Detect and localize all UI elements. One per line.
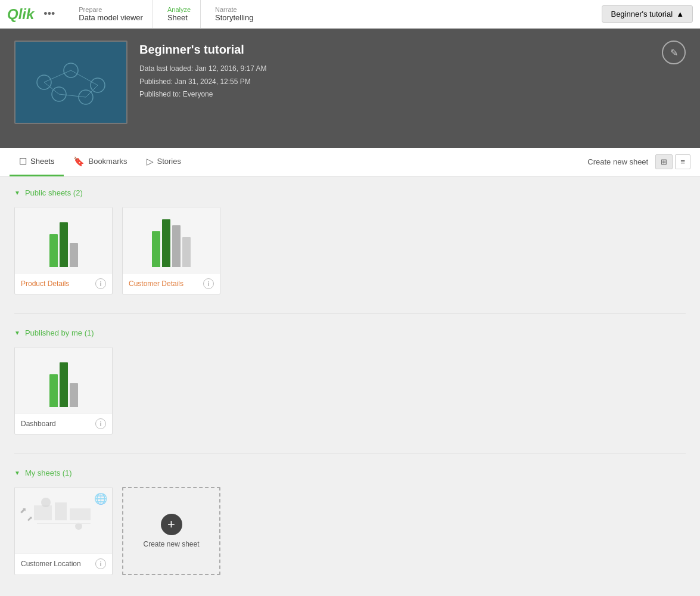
product-details-thumbnail — [15, 207, 112, 273]
bar-chart-3 — [49, 362, 78, 407]
list-icon: ≡ — [680, 157, 685, 166]
edit-button[interactable]: ✎ — [662, 41, 686, 64]
nav-narrate-category: Narrate — [215, 6, 253, 13]
top-navigation: Qlik ••• Prepare Data model viewer Analy… — [0, 0, 700, 29]
tab-bookmarks-label: Bookmarks — [88, 157, 127, 166]
public-sheets-header[interactable]: ▼ Public sheets (2) — [14, 188, 686, 197]
published-by-me-chevron: ▼ — [14, 330, 20, 336]
create-sheet-top-button[interactable]: Create new sheet — [587, 157, 648, 166]
customer-details-info-icon[interactable]: i — [203, 278, 214, 289]
tab-sheets[interactable]: ☐ Sheets — [10, 148, 64, 176]
public-sheets-label: Public sheets (2) — [25, 188, 83, 197]
sheet-card-customer-details[interactable]: Customer Details i — [122, 207, 220, 294]
svg-rect-15 — [37, 523, 91, 524]
app-thumbnail — [14, 41, 127, 124]
app-info: Beginner's tutorial Data last loaded: Ja… — [139, 41, 266, 101]
nav-prepare[interactable]: Prepare Data model viewer — [69, 0, 153, 28]
svg-rect-12 — [70, 508, 91, 520]
published-by-me-label: Published by me (1) — [25, 328, 94, 337]
divider-2 — [14, 454, 686, 454]
svg-line-7 — [59, 94, 86, 97]
app-title: Beginner's tutorial — [139, 43, 266, 57]
tabs-actions: Create new sheet ⊞ ≡ — [587, 154, 690, 169]
bar-1 — [49, 374, 58, 407]
bar-chart-2 — [152, 219, 191, 267]
customer-details-name[interactable]: Customer Details — [129, 280, 183, 288]
nav-analyze[interactable]: Analyze Sheet — [158, 0, 201, 28]
nav-narrate-item: Storytelling — [215, 13, 253, 22]
published-to-text: Published to: Everyone — [139, 88, 266, 101]
grid-icon: ⊞ — [661, 157, 667, 166]
dashboard-name[interactable]: Dashboard — [21, 420, 56, 428]
nav-narrate[interactable]: Narrate Storytelling — [206, 0, 263, 28]
qlik-logo-text: Qlik — [7, 6, 34, 23]
main-content: ▼ Public sheets (2) Product Details i — [0, 176, 700, 596]
tab-stories-label: Stories — [157, 157, 181, 166]
app-header: Beginner's tutorial Data last loaded: Ja… — [0, 29, 700, 148]
sheets-icon: ☐ — [19, 156, 27, 167]
tabs-bar: ☐ Sheets 🔖 Bookmarks ▷ Stories Create ne… — [0, 148, 700, 176]
create-new-sheet-label: Create new sheet — [143, 540, 199, 548]
my-sheets-header[interactable]: ▼ My sheets (1) — [14, 468, 686, 477]
bar-3 — [70, 243, 78, 267]
svg-line-9 — [86, 85, 98, 97]
sheet-card-product-details[interactable]: Product Details i — [14, 207, 113, 294]
tab-stories[interactable]: ▷ Stories — [137, 148, 191, 176]
nav-analyze-category: Analyze — [167, 6, 191, 13]
divider-1 — [14, 313, 686, 314]
view-toggle: ⊞ ≡ — [655, 154, 690, 169]
bar-1 — [152, 231, 160, 267]
public-sheets-grid: Product Details i Customer Details i — [14, 207, 686, 294]
my-sheets-label: My sheets (1) — [25, 468, 72, 477]
bar-3 — [172, 225, 181, 267]
dashboard-thumbnail — [15, 347, 112, 413]
bar-2 — [60, 362, 68, 407]
svg-point-13 — [41, 498, 51, 507]
qlik-logo[interactable]: Qlik — [7, 6, 34, 23]
nav-prepare-category: Prepare — [79, 6, 143, 13]
bar-2 — [60, 222, 68, 267]
bar-2 — [162, 219, 170, 267]
chevron-up-icon: ▲ — [676, 10, 684, 18]
published-text: Published: Jan 31, 2024, 12:55 PM — [139, 76, 266, 89]
data-loaded-text: Data last loaded: Jan 12, 2016, 9:17 AM — [139, 63, 266, 76]
plus-icon: + — [161, 514, 182, 535]
svg-line-8 — [44, 82, 59, 94]
svg-line-6 — [71, 70, 98, 85]
customer-location-name[interactable]: Customer Location — [21, 560, 81, 568]
bar-1 — [49, 234, 58, 267]
dashboard-info-icon[interactable]: i — [95, 418, 106, 429]
bar-3 — [70, 383, 78, 407]
tab-bookmarks[interactable]: 🔖 Bookmarks — [64, 148, 136, 176]
stories-icon: ▷ — [147, 156, 154, 167]
svg-rect-10 — [34, 505, 52, 520]
create-new-sheet-card[interactable]: + Create new sheet — [122, 487, 220, 575]
sheet-card-customer-location[interactable]: 🌐 ⬈ ⬈ Customer Location i — [14, 487, 113, 575]
my-sheets-chevron: ▼ — [14, 470, 20, 476]
product-details-footer: Product Details i — [15, 273, 112, 294]
customer-location-thumbnail: 🌐 ⬈ ⬈ — [15, 488, 112, 553]
product-details-name[interactable]: Product Details — [21, 280, 69, 288]
grid-view-button[interactable]: ⊞ — [655, 154, 673, 169]
customer-location-footer: Customer Location i — [15, 553, 112, 574]
tutorial-button[interactable]: Beginner's tutorial ▲ — [602, 5, 693, 23]
my-sheets-section: ▼ My sheets (1) 🌐 ⬈ ⬈ — [14, 468, 686, 575]
sheet-card-dashboard[interactable]: Dashboard i — [14, 347, 113, 434]
public-sheets-chevron: ▼ — [14, 190, 20, 196]
bar-4 — [182, 237, 191, 267]
my-sheets-grid: 🌐 ⬈ ⬈ Customer Location i + Create new s… — [14, 487, 686, 575]
published-by-me-header[interactable]: ▼ Published by me (1) — [14, 328, 686, 337]
bookmarks-icon: 🔖 — [73, 156, 85, 167]
tab-sheets-label: Sheets — [30, 157, 54, 166]
nav-prepare-item: Data model viewer — [79, 13, 143, 22]
nav-analyze-item: Sheet — [167, 13, 191, 22]
app-meta: Data last loaded: Jan 12, 2016, 9:17 AM … — [139, 63, 266, 101]
public-sheets-section: ▼ Public sheets (2) Product Details i — [14, 188, 686, 294]
dashboard-footer: Dashboard i — [15, 413, 112, 434]
published-by-me-section: ▼ Published by me (1) Dashboard i — [14, 328, 686, 434]
customer-location-info-icon[interactable]: i — [95, 558, 106, 569]
nav-more-button[interactable]: ••• — [43, 8, 55, 20]
product-details-info-icon[interactable]: i — [95, 278, 106, 289]
customer-details-footer: Customer Details i — [123, 273, 220, 294]
list-view-button[interactable]: ≡ — [675, 154, 690, 169]
